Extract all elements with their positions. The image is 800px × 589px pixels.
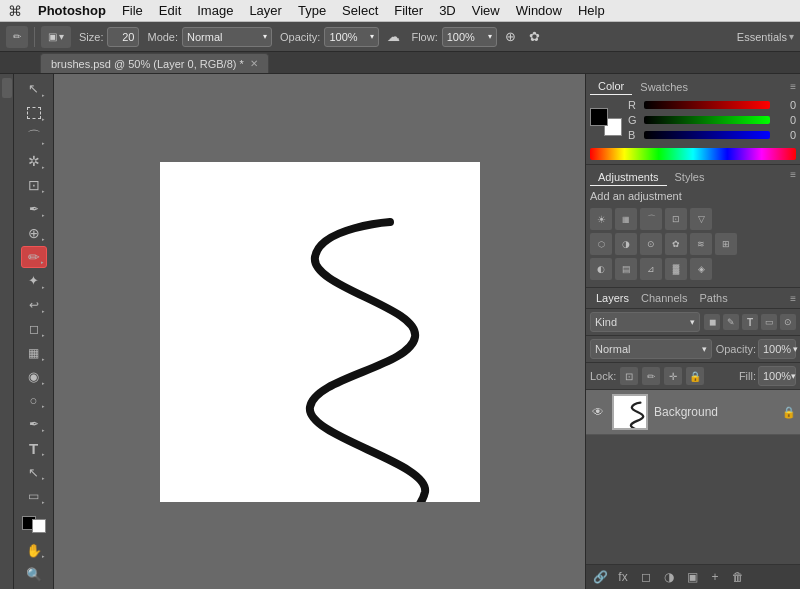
styles-tab[interactable]: Styles — [667, 169, 713, 186]
tablet-pressure-icon[interactable]: ⊕ — [501, 27, 521, 47]
filter-adjust[interactable]: ✎ — [723, 314, 739, 330]
channels-tab[interactable]: Channels — [635, 290, 693, 306]
layer-mask-btn[interactable]: ◻ — [636, 568, 656, 586]
lock-position[interactable]: ✛ — [664, 367, 682, 385]
tool-move[interactable]: ↖ ▸ — [21, 78, 47, 100]
menu-3d[interactable]: 3D — [431, 0, 464, 22]
filter-shape[interactable]: ▭ — [761, 314, 777, 330]
kind-dropdown[interactable]: Kind ▾ — [590, 312, 700, 332]
menu-select[interactable]: Select — [334, 0, 386, 22]
filter-smart[interactable]: ⊙ — [780, 314, 796, 330]
adjustment-layer-btn[interactable]: ◑ — [659, 568, 679, 586]
tool-history[interactable]: ↩ ▸ — [21, 294, 47, 316]
menu-layer[interactable]: Layer — [241, 0, 290, 22]
menu-photoshop[interactable]: Photoshop — [30, 0, 114, 22]
adj-invert[interactable]: ◐ — [590, 258, 612, 280]
brush-tool-icon[interactable]: ✏ — [6, 26, 28, 48]
tool-lasso[interactable]: ⌒ ▸ — [21, 126, 47, 148]
layer-background[interactable]: 👁 Background 🔒 — [586, 390, 800, 435]
lock-all[interactable]: 🔒 — [686, 367, 704, 385]
b-slider[interactable] — [644, 131, 770, 139]
tool-marquee[interactable]: ▸ — [21, 102, 47, 124]
filter-pixel[interactable]: ◼ — [704, 314, 720, 330]
adjustments-tab[interactable]: Adjustments — [590, 169, 667, 186]
tool-wand[interactable]: ✲ ▸ — [21, 150, 47, 172]
delete-layer-btn[interactable]: 🗑 — [728, 568, 748, 586]
tool-eyedropper[interactable]: ✒ ▸ — [21, 198, 47, 220]
opacity-value[interactable]: 100% ▾ — [758, 339, 796, 359]
document-tab[interactable]: brushes.psd @ 50% (Layer 0, RGB/8) * ✕ — [40, 53, 269, 73]
adj-channel-mixer[interactable]: ≋ — [690, 233, 712, 255]
adj-black-white[interactable]: ⊙ — [640, 233, 662, 255]
color-tab[interactable]: Color — [590, 78, 632, 95]
layer-eye[interactable]: 👁 — [590, 404, 606, 420]
tool-crop[interactable]: ⊡ ▸ — [21, 174, 47, 196]
tab-close-btn[interactable]: ✕ — [250, 58, 258, 69]
lock-transparent[interactable]: ⊡ — [620, 367, 638, 385]
color-spectrum[interactable] — [590, 148, 796, 160]
menu-image[interactable]: Image — [189, 0, 241, 22]
adj-curves[interactable]: ⌒ — [640, 208, 662, 230]
layers-tab[interactable]: Layers — [590, 290, 635, 306]
airbrush-toggle[interactable]: ☁ — [383, 27, 403, 47]
b-value[interactable]: 0 — [774, 129, 796, 141]
new-layer-btn[interactable]: + — [705, 568, 725, 586]
g-value[interactable]: 0 — [774, 114, 796, 126]
brush-pose-icon[interactable]: ✿ — [525, 27, 545, 47]
g-slider[interactable] — [644, 116, 770, 124]
menu-view[interactable]: View — [464, 0, 508, 22]
tool-blur[interactable]: ◉ ▸ — [21, 366, 47, 388]
tool-heal[interactable]: ⊕ ▸ — [21, 222, 47, 244]
brush-preset-icon[interactable]: ▣ ▾ — [41, 26, 71, 48]
tool-type[interactable]: T ▸ — [21, 437, 47, 459]
brush-size-input[interactable] — [107, 27, 139, 47]
opacity-dropdown[interactable]: 100% ▾ — [324, 27, 379, 47]
adj-selective-color[interactable]: ◈ — [690, 258, 712, 280]
lock-paint[interactable]: ✏ — [642, 367, 660, 385]
flow-dropdown[interactable]: 100% ▾ — [442, 27, 497, 47]
menu-window[interactable]: Window — [508, 0, 570, 22]
adj-posterize[interactable]: ▤ — [615, 258, 637, 280]
adj-hue[interactable]: ⬡ — [590, 233, 612, 255]
adj-levels[interactable]: ▦ — [615, 208, 637, 230]
tool-brush[interactable]: ✏ ▸ — [21, 246, 47, 268]
filter-type[interactable]: T — [742, 314, 758, 330]
menu-help[interactable]: Help — [570, 0, 613, 22]
adj-photo-filter[interactable]: ✿ — [665, 233, 687, 255]
blend-mode-dropdown[interactable]: Normal ▾ — [590, 339, 712, 359]
strip-toggle-btn[interactable] — [2, 78, 12, 98]
group-layers-btn[interactable]: ▣ — [682, 568, 702, 586]
paths-tab[interactable]: Paths — [694, 290, 734, 306]
tool-clone[interactable]: ✦ ▸ — [21, 270, 47, 292]
canvas-area[interactable] — [54, 74, 585, 589]
r-value[interactable]: 0 — [774, 99, 796, 111]
tool-path-select[interactable]: ↖ ▸ — [21, 461, 47, 483]
foreground-color-box[interactable] — [590, 108, 608, 126]
adj-vibrance[interactable]: ▽ — [690, 208, 712, 230]
tool-shape[interactable]: ▭ ▸ — [21, 485, 47, 507]
adj-color-lookup[interactable]: ⊞ — [715, 233, 737, 255]
swatches-tab[interactable]: Swatches — [632, 79, 696, 95]
adj-brightness[interactable]: ☀ — [590, 208, 612, 230]
tool-pen[interactable]: ✒ ▸ — [21, 413, 47, 435]
menu-filter[interactable]: Filter — [386, 0, 431, 22]
layer-style-btn[interactable]: fx — [613, 568, 633, 586]
menu-edit[interactable]: Edit — [151, 0, 189, 22]
layers-panel-menu[interactable]: ≡ — [790, 293, 796, 304]
apple-menu[interactable]: ⌘ — [0, 3, 30, 19]
adj-exposure[interactable]: ⊡ — [665, 208, 687, 230]
canvas[interactable] — [160, 162, 480, 502]
color-panel-menu[interactable]: ≡ — [790, 81, 796, 92]
background-color[interactable] — [32, 519, 46, 533]
r-slider[interactable] — [644, 101, 770, 109]
menu-file[interactable]: File — [114, 0, 151, 22]
adj-threshold[interactable]: ⊿ — [640, 258, 662, 280]
adj-panel-menu[interactable]: ≡ — [790, 169, 796, 186]
menu-type[interactable]: Type — [290, 0, 334, 22]
tool-eraser[interactable]: ◻ ▸ — [21, 318, 47, 340]
tool-gradient[interactable]: ▦ ▸ — [21, 342, 47, 364]
mode-dropdown[interactable]: Normal ▾ — [182, 27, 272, 47]
tool-zoom[interactable]: 🔍 — [21, 563, 47, 585]
adj-gradient-map[interactable]: ▓ — [665, 258, 687, 280]
adj-color-balance[interactable]: ◑ — [615, 233, 637, 255]
